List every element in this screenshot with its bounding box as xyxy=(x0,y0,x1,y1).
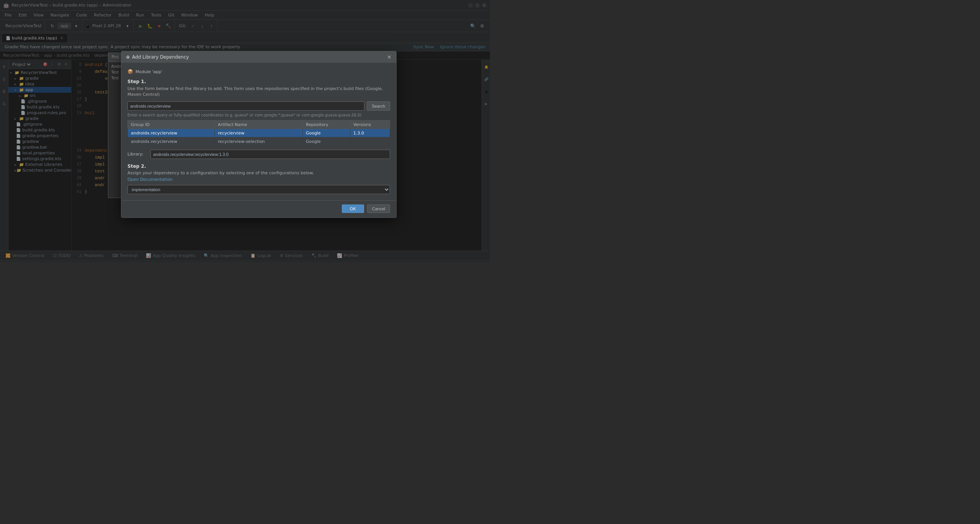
search-hint: Enter a search query or fully-qualified … xyxy=(127,113,390,117)
module-icon: 📦 xyxy=(127,69,133,74)
step1-desc: Use the form below to find the library t… xyxy=(127,86,390,98)
dialog-title: ⊕ Add Library Dependency xyxy=(126,54,189,59)
dialog-body: 📦 Module 'app' Step 1. Use the form belo… xyxy=(121,63,396,200)
library-label: Library: xyxy=(127,152,150,157)
step2-desc: Assign your dependency to a configuratio… xyxy=(127,170,390,175)
step1-label: Step 1. xyxy=(127,79,390,84)
cell-version xyxy=(350,137,390,146)
search-row: Search xyxy=(127,102,390,111)
ok-button[interactable]: OK xyxy=(342,205,364,213)
cell-repo: Google xyxy=(302,137,350,146)
table-header-row: Group ID Artifact Name Repository Versio… xyxy=(128,120,390,129)
dialog-close-button[interactable]: ✕ xyxy=(387,54,392,60)
cell-group-id: androidx.recyclerview xyxy=(128,129,215,137)
table-row[interactable]: androidx.recyclerview recyclerview-selec… xyxy=(128,137,390,146)
module-label: 📦 Module 'app' xyxy=(127,69,390,74)
col-artifact: Artifact Name xyxy=(215,120,303,129)
cell-artifact: recyclerview xyxy=(215,129,303,137)
library-input[interactable] xyxy=(150,150,390,159)
open-doc-link[interactable]: Open Documentation xyxy=(127,177,390,182)
module-name: Module 'app' xyxy=(136,69,162,74)
col-versions: Versions xyxy=(350,120,390,129)
step2-label: Step 2. xyxy=(127,164,390,169)
dep-tab-proj[interactable]: Proj xyxy=(111,55,120,60)
results-table: Group ID Artifact Name Repository Versio… xyxy=(127,120,390,146)
dialog-title-bar: ⊕ Add Library Dependency ✕ xyxy=(121,51,396,63)
library-row: Library: xyxy=(127,150,390,159)
col-group-id: Group ID xyxy=(128,120,215,129)
dialog-title-icon: ⊕ xyxy=(126,54,130,59)
col-repo: Repository xyxy=(302,120,350,129)
config-select[interactable]: implementation api compileOnly testImple… xyxy=(127,185,390,194)
search-button[interactable]: Search xyxy=(367,102,390,111)
table-row[interactable]: androidx.recyclerview recyclerview Googl… xyxy=(128,129,390,137)
cell-artifact: recyclerview-selection xyxy=(215,137,303,146)
cell-group-id: androidx.recyclerview xyxy=(128,137,215,146)
config-row: implementation api compileOnly testImple… xyxy=(127,185,390,194)
dialog-title-text: Add Library Dependency xyxy=(132,54,189,59)
cell-version: 1.3.0 xyxy=(350,129,390,137)
cell-repo: Google xyxy=(302,129,350,137)
add-library-dialog: ⊕ Add Library Dependency ✕ 📦 Module 'app… xyxy=(121,51,397,218)
cancel-button[interactable]: Cancel xyxy=(367,205,390,213)
search-input[interactable] xyxy=(127,102,364,111)
dialog-footer: OK Cancel xyxy=(121,200,396,218)
